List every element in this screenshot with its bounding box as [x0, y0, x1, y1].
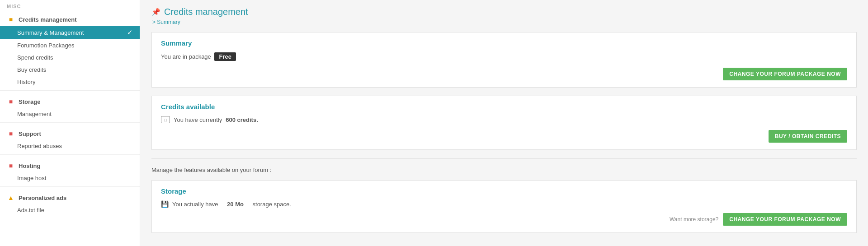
divider-3 — [0, 154, 140, 155]
divider-4 — [0, 186, 140, 187]
main-content: 📌 Credits management Summary Summary You… — [140, 0, 868, 246]
summary-header: Summary — [161, 39, 847, 47]
storage-category: ■ Storage — [0, 93, 140, 108]
summary-body: You are in package Free — [161, 52, 847, 61]
storage-header: Storage — [161, 187, 847, 195]
change-package-button-1[interactable]: CHANGE YOUR FORUM PACKAGE NOW — [723, 68, 847, 80]
misc-section-header: MISC — [0, 0, 140, 11]
ads-category-label: Personalized ads — [19, 195, 66, 201]
storage-text-before: You actually have — [172, 201, 218, 208]
storage-body: 💾 You actually have 20 Mo storage space. — [161, 200, 847, 208]
sidebar: MISC ■ Credits management Summary & Mana… — [0, 0, 140, 246]
credits-management-category: ■ Credits management — [0, 11, 140, 26]
sidebar-item-reported-abuses[interactable]: Reported abuses — [0, 140, 140, 152]
sidebar-item-summary-management[interactable]: Summary & Management ✓ — [0, 26, 140, 39]
storage-text-after: storage space. — [253, 201, 291, 208]
ads-category-icon: ▲ — [7, 194, 15, 202]
divider-1 — [0, 90, 140, 91]
page-title-text: Credits management — [164, 7, 248, 17]
active-check-icon: ✓ — [127, 28, 133, 37]
sidebar-item-history[interactable]: History — [0, 76, 140, 88]
change-package-button-2[interactable]: CHANGE YOUR FORUM PACKAGE NOW — [723, 213, 847, 226]
sidebar-item-buy-credits[interactable]: Buy credits — [0, 64, 140, 76]
manage-label: Manage the features available on your fo… — [151, 167, 857, 173]
support-category-label: Support — [19, 130, 41, 137]
page-title: 📌 Credits management — [151, 7, 857, 17]
main-divider — [151, 158, 857, 158]
sidebar-item-image-host[interactable]: Image host — [0, 172, 140, 184]
breadcrumb: Summary — [151, 19, 857, 25]
credits-amount: 600 credits. — [226, 116, 258, 123]
credits-management-label: Credits management — [19, 16, 77, 23]
storage-amount: 20 Mo — [227, 201, 244, 208]
personalized-ads-category: ▲ Personalized ads — [0, 189, 140, 204]
sidebar-item-forumotion-packages[interactable]: Forumotion Packages — [0, 39, 140, 51]
want-more-section: Want more storage? CHANGE YOUR FORUM PAC… — [161, 213, 847, 226]
support-category: ■ Support — [0, 125, 140, 140]
credits-body: □ You have currently 600 credits. — [161, 116, 847, 123]
hosting-category-icon: ■ — [7, 162, 15, 170]
credits-card: Credits available □ You have currently 6… — [151, 96, 857, 150]
want-more-label: Want more storage? — [670, 216, 718, 223]
storage-info: 💾 You actually have 20 Mo storage space. — [161, 200, 847, 208]
divider-2 — [0, 122, 140, 123]
breadcrumb-summary[interactable]: Summary — [152, 19, 180, 25]
buy-credits-button[interactable]: BUY / OBTAIN CREDITS — [769, 130, 847, 143]
package-badge: Free — [214, 52, 236, 61]
hosting-category-label: Hosting — [19, 162, 40, 169]
location-icon: 📌 — [151, 8, 160, 16]
credits-header: Credits available — [161, 103, 847, 111]
support-category-icon: ■ — [7, 130, 15, 138]
sidebar-item-management[interactable]: Management — [0, 108, 140, 120]
credits-coin-icon: □ — [161, 116, 170, 123]
hosting-category: ■ Hosting — [0, 157, 140, 172]
storage-category-icon: ■ — [7, 97, 15, 106]
storage-card: Storage 💾 You actually have 20 Mo storag… — [151, 180, 857, 233]
credits-text-before: You have currently — [174, 116, 222, 123]
credits-info: □ You have currently 600 credits. — [161, 116, 847, 123]
sidebar-item-ads-txt[interactable]: Ads.txt file — [0, 204, 140, 216]
summary-card: Summary You are in package Free CHANGE Y… — [151, 32, 857, 88]
summary-footer: CHANGE YOUR FORUM PACKAGE NOW — [161, 68, 847, 80]
credits-footer: BUY / OBTAIN CREDITS — [161, 130, 847, 143]
storage-category-label: Storage — [19, 98, 40, 105]
package-text-before: You are in package — [161, 53, 211, 60]
storage-disk-icon: 💾 — [161, 200, 169, 208]
sidebar-item-spend-credits[interactable]: Spend credits — [0, 51, 140, 64]
credits-management-icon: ■ — [7, 15, 15, 23]
